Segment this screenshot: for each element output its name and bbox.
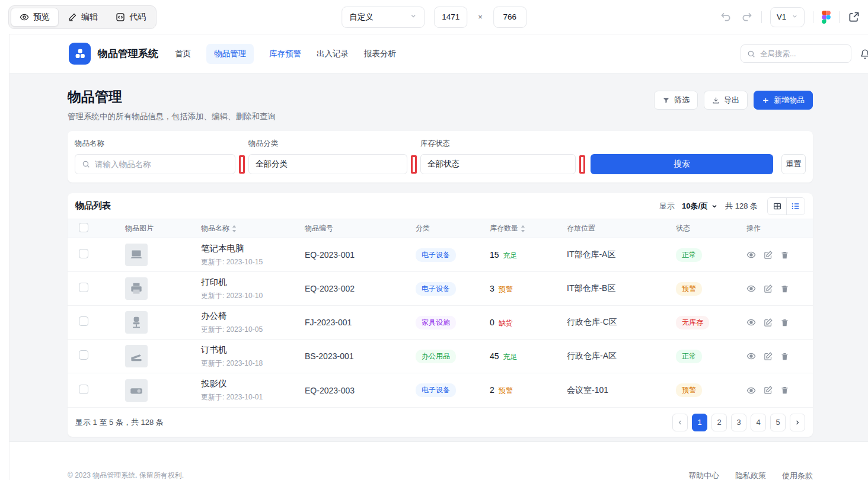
global-search-input[interactable] <box>760 50 845 58</box>
footer-link-terms[interactable]: 使用条款 <box>782 471 813 480</box>
undo-button[interactable] <box>720 11 732 23</box>
grid-view-button[interactable] <box>768 198 786 215</box>
delete-icon[interactable] <box>780 284 789 293</box>
export-button[interactable]: 导出 <box>704 91 748 110</box>
share-icon[interactable] <box>848 11 860 23</box>
delete-icon[interactable] <box>780 351 789 361</box>
add-item-button-label: 新增物品 <box>774 95 805 105</box>
filter-button-label: 筛选 <box>674 95 690 105</box>
page-title: 物品管理 <box>68 88 276 106</box>
global-search <box>741 44 851 63</box>
col-quantity[interactable]: 库存数量 <box>490 223 567 233</box>
show-label: 显示 <box>659 201 675 212</box>
page-button-5[interactable]: 5 <box>770 414 786 431</box>
col-name[interactable]: 物品名称 <box>201 223 305 233</box>
builder-toolbar: 预览 编辑 代码 自定义 × V1 <box>0 0 868 34</box>
list-view-button[interactable] <box>786 198 805 215</box>
nav-item-stock-alerts[interactable]: 库存预警 <box>269 49 301 59</box>
canvas-height-input[interactable] <box>493 7 526 28</box>
item-name-filter: 物品名称 <box>75 139 235 174</box>
delete-icon[interactable] <box>780 250 789 260</box>
footer-link-help[interactable]: 帮助中心 <box>688 471 719 480</box>
page-button-4[interactable]: 4 <box>751 414 766 431</box>
nav-item-reports[interactable]: 报表分析 <box>364 49 396 59</box>
delete-icon[interactable] <box>780 318 789 327</box>
edit-icon[interactable] <box>764 284 773 293</box>
view-icon[interactable] <box>746 250 756 260</box>
list-header: 物品列表 显示 10条/页 共 128 条 <box>68 193 813 219</box>
page-button-3[interactable]: 3 <box>731 414 746 431</box>
row-checkbox[interactable] <box>79 316 88 326</box>
row-checkbox[interactable] <box>79 385 88 394</box>
code-tab-label: 代码 <box>129 12 146 23</box>
canvas-width-input[interactable] <box>434 7 467 28</box>
row-checkbox[interactable] <box>79 249 88 258</box>
app-header: 物品管理系统 首页 物品管理 库存预警 出入记录 报表分析 <box>9 34 868 73</box>
item-updated: 更新于: 2023-10-10 <box>201 291 305 301</box>
edit-icon[interactable] <box>764 250 773 260</box>
code-tab[interactable]: 代码 <box>107 8 154 26</box>
view-icon[interactable] <box>746 318 756 327</box>
version-select[interactable]: V1 <box>770 7 805 27</box>
screen: 预览 编辑 代码 自定义 × V1 <box>0 0 868 480</box>
search-icon <box>747 50 755 58</box>
page-size-select[interactable]: 10条/页 <box>682 201 718 212</box>
category-badge: 电子设备 <box>416 282 456 296</box>
preview-tab[interactable]: 预览 <box>11 8 59 27</box>
page-content: 物品管理 管理系统中的所有物品信息，包括添加、编辑、删除和查询 筛选 导出 新增… <box>9 73 868 437</box>
col-status: 状态 <box>676 223 746 233</box>
page-button-1[interactable]: 1 <box>692 414 707 431</box>
edit-icon[interactable] <box>764 351 773 361</box>
filter-button[interactable]: 筛选 <box>654 91 698 110</box>
reset-button[interactable]: 重置 <box>781 154 806 174</box>
dimension-separator: × <box>478 12 483 21</box>
item-location: 行政仓库-C区 <box>567 317 676 328</box>
item-location: IT部仓库-B区 <box>567 283 676 294</box>
search-button[interactable]: 搜索 <box>591 154 773 174</box>
redo-button[interactable] <box>741 11 753 23</box>
quantity-value: 3 <box>490 284 494 293</box>
category-select-value: 全部分类 <box>256 159 288 169</box>
main-nav: 首页 物品管理 库存预警 出入记录 报表分析 <box>175 44 396 64</box>
category-select[interactable]: 全部分类 <box>248 154 407 174</box>
item-name-input[interactable] <box>95 160 228 169</box>
edit-tab[interactable]: 编辑 <box>60 8 106 26</box>
table-row: 笔记本电脑更新于: 2023-10-15 EQ-2023-001 电子设备 15… <box>68 238 813 272</box>
view-icon[interactable] <box>746 351 756 361</box>
nav-item-items[interactable]: 物品管理 <box>206 44 254 64</box>
pagination-summary: 显示 1 至 5 条，共 128 条 <box>75 417 164 428</box>
prev-page-button[interactable] <box>672 414 688 431</box>
item-updated: 更新于: 2023-10-15 <box>201 257 305 267</box>
quantity-label: 预警 <box>499 285 513 293</box>
edit-icon[interactable] <box>764 318 773 327</box>
missing-glyph-box <box>239 155 245 174</box>
next-page-button[interactable] <box>790 414 805 431</box>
view-toggle <box>767 197 805 215</box>
nav-item-home[interactable]: 首页 <box>175 49 191 59</box>
delete-icon[interactable] <box>780 386 789 395</box>
page-button-2[interactable]: 2 <box>711 414 727 431</box>
table-row: 办公椅更新于: 2023-10-05 FJ-2023-001 家具设施 0缺货 … <box>68 306 813 340</box>
row-checkbox[interactable] <box>79 283 88 292</box>
divider <box>839 11 840 23</box>
app-logo-icon[interactable] <box>69 43 91 65</box>
nav-item-records[interactable]: 出入记录 <box>317 49 349 59</box>
category-label: 物品分类 <box>248 139 407 149</box>
view-icon[interactable] <box>746 284 756 293</box>
size-preset-select[interactable]: 自定义 <box>342 7 425 28</box>
page-title-block: 物品管理 管理系统中的所有物品信息，包括添加、编辑、删除和查询 <box>68 88 276 122</box>
add-item-button[interactable]: 新增物品 <box>754 91 813 110</box>
select-all-checkbox[interactable] <box>79 223 88 232</box>
footer-link-privacy[interactable]: 隐私政策 <box>735 471 766 480</box>
notification-bell-icon[interactable] <box>860 49 868 59</box>
view-icon[interactable] <box>746 386 756 395</box>
table-header-row: 物品图片 物品名称 物品编号 分类 库存数量 存放位置 状态 操作 <box>68 219 813 238</box>
status-select[interactable]: 全部状态 <box>420 154 576 174</box>
list-controls: 显示 10条/页 共 128 条 <box>659 197 805 215</box>
row-checkbox[interactable] <box>79 350 88 360</box>
edit-icon[interactable] <box>764 386 773 395</box>
item-name: 投影仪 <box>201 378 305 389</box>
footer-links: 帮助中心 隐私政策 使用条款 <box>688 471 813 480</box>
item-code: BS-2023-001 <box>305 351 416 361</box>
figma-logo-icon[interactable] <box>822 11 831 24</box>
